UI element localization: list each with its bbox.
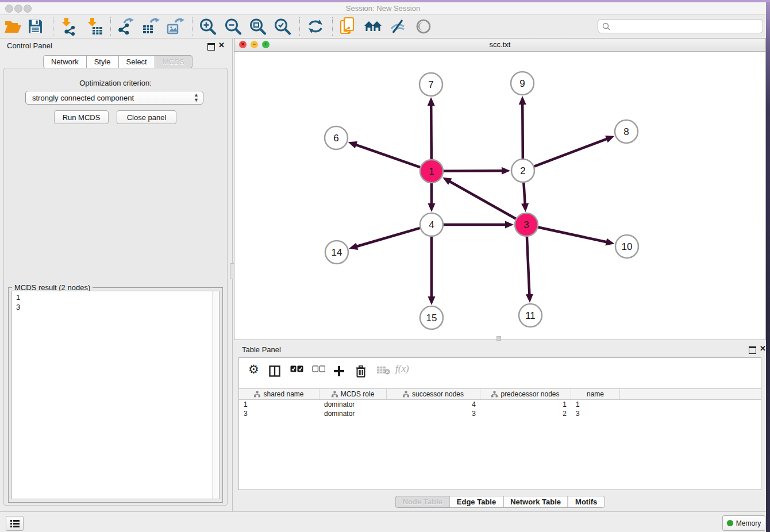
show-panel-icon[interactable] [414,17,433,36]
export-table-icon[interactable] [141,17,160,36]
graph-node-label: 4 [429,219,434,230]
tab-motifs[interactable]: Motifs [568,496,605,508]
table-panel: Table Panel ✕ ⚙ f(x) shared [234,342,766,509]
table-cell[interactable]: 3 [239,409,319,418]
tab-mcds[interactable]: MCDS [155,55,192,68]
mcds-result-box[interactable]: 13 [11,291,220,499]
graph-edge-3-10[interactable] [538,227,607,242]
import-network-icon[interactable] [60,17,78,36]
column-header-mcds-role[interactable]: MCDS role [319,389,387,399]
table-cell[interactable]: 3 [571,409,620,418]
graph-edge-1-7[interactable] [431,105,432,159]
graph-node-label: 15 [426,313,437,323]
column-settings-gear-icon[interactable]: ⚙ [248,363,259,376]
table-cell[interactable]: dominator [319,409,387,418]
table-row[interactable]: 1dominator411 [239,400,761,409]
criterion-dropdown-value: strongly connected component [32,94,134,102]
graph-edge-1-2[interactable] [444,171,503,171]
table-panel-close-icon[interactable]: ✕ [760,346,766,352]
table-cell[interactable]: 2 [480,409,571,418]
toggle-panel-icon[interactable] [269,365,280,377]
column-header-label: name [587,390,604,398]
select-all-columns-icon[interactable] [290,365,303,372]
graph-arrowhead [428,296,436,305]
export-image-icon[interactable] [166,17,184,36]
graph-node-label: 14 [332,247,342,258]
graph-arrowhead [348,141,357,148]
table-row[interactable]: 3dominator323 [239,409,761,418]
unselect-all-columns-icon[interactable] [312,365,325,372]
result-scrollbar[interactable] [212,291,219,499]
network-view-titlebar: ✕ − + scc.txt [234,38,765,52]
toolbar-separator [192,17,192,36]
search-input[interactable] [613,21,763,31]
graph-edge-2-8[interactable] [534,138,608,166]
control-panel-close-icon[interactable]: ✕ [218,43,225,48]
table-cell[interactable]: 3 [387,409,480,418]
tab-select[interactable]: Select [118,55,155,68]
zoom-out-icon[interactable] [224,18,242,36]
network-graph-canvas[interactable]: 7968124314101511 [234,52,765,340]
graph-edge-2-9[interactable] [522,103,523,159]
graph-arrowhead [605,136,614,142]
graph-edge-3-11[interactable] [527,237,530,295]
tab-node-table[interactable]: Node Table [395,496,450,508]
table-cell[interactable]: 1 [480,400,571,409]
create-network-view-icon[interactable] [338,17,357,36]
mcds-result-list: 13 [12,291,219,313]
graph-arrowhead [505,221,514,229]
table-cell[interactable]: 1 [239,400,319,409]
mcds-result-line: 1 [16,292,215,302]
graph-edge-4-14[interactable] [356,228,420,246]
criterion-dropdown[interactable]: strongly connected component ▲▼ [25,91,203,105]
add-column-icon[interactable] [333,365,345,377]
table-header-row[interactable]: shared nameMCDS rolesuccessor nodesprede… [239,388,761,400]
column-header-name[interactable]: name [571,389,620,399]
table-cell[interactable]: 1 [571,400,620,409]
delete-column-trash-icon[interactable] [356,365,366,377]
zoom-selected-icon[interactable] [274,18,291,36]
mcds-result-line: 3 [16,302,215,312]
table-cell[interactable]: dominator [319,400,387,409]
home-icon[interactable] [363,19,383,34]
zoom-fit-icon[interactable] [249,18,267,36]
open-session-icon[interactable] [3,18,22,34]
refresh-layout-icon[interactable] [306,18,325,35]
run-mcds-button[interactable]: Run MCDS [54,110,109,124]
graph-node-label: 2 [520,165,525,176]
graph-arrowhead [605,238,614,246]
import-table-icon[interactable] [86,17,104,36]
table-cell[interactable]: 4 [387,400,480,409]
control-panel-float-icon[interactable] [207,43,215,53]
task-history-button[interactable] [6,516,24,531]
graph-arrowhead [428,97,435,106]
zoom-in-icon[interactable] [199,18,217,36]
search-field[interactable] [598,19,763,33]
graph-edge-2-3[interactable] [523,183,525,205]
toolbar-separator [53,17,53,36]
column-header-successor-nodes[interactable]: successor nodes [387,389,480,399]
tab-style[interactable]: Style [86,55,119,68]
tab-edge-table[interactable]: Edge Table [449,496,503,508]
dropdown-stepper-icon: ▲▼ [194,92,199,103]
graph-node-label: 1 [429,166,434,177]
memory-button[interactable]: Memory [722,515,765,531]
graph-edge-3-1[interactable] [449,181,515,219]
network-resize-handle[interactable] [496,336,501,341]
function-builder-icon[interactable]: f(x) [395,363,409,375]
network-view-window: ✕ − + scc.txt 7968124314101511 [234,38,766,340]
memory-button-label: Memory [736,519,761,527]
graph-edge-1-6[interactable] [355,145,420,168]
close-panel-button[interactable]: Close panel [117,110,176,124]
graph-arrowhead [521,203,529,212]
memory-status-icon [727,520,733,526]
tab-network-table[interactable]: Network Table [503,496,568,508]
column-header-shared-name[interactable]: shared name [239,389,319,399]
export-network-icon[interactable] [116,17,134,36]
delete-table-icon[interactable] [376,365,390,375]
save-session-icon[interactable] [28,19,43,34]
tab-network[interactable]: Network [43,55,87,68]
table-panel-float-icon[interactable] [749,346,756,356]
hide-panel-icon[interactable] [388,18,407,34]
column-header-predecessor-nodes[interactable]: predecessor nodes [480,389,571,399]
